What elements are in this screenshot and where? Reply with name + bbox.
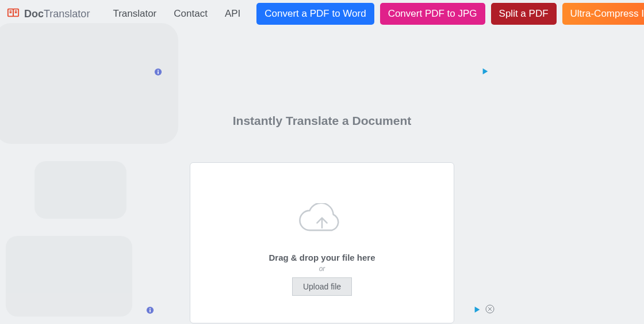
svg-rect-3 bbox=[158, 70, 159, 71]
adchoices-info-icon[interactable] bbox=[154, 68, 162, 76]
cloud-upload-icon bbox=[290, 203, 354, 240]
svg-rect-7 bbox=[150, 310, 151, 312]
upload-file-button[interactable]: Upload file bbox=[292, 277, 352, 296]
split-pdf-button[interactable]: Split a PDF bbox=[491, 3, 557, 25]
adchoices-icon[interactable] bbox=[481, 67, 490, 76]
dropzone-or: or bbox=[319, 265, 325, 273]
nav-contact[interactable]: Contact bbox=[174, 8, 208, 20]
nav-buttons-group: Convert a PDF to Word Convert PDF to JPG… bbox=[256, 3, 644, 25]
logo[interactable]: DocTranslator bbox=[7, 6, 90, 22]
page-headline: Instantly Translate a Document bbox=[0, 114, 644, 128]
convert-pdf-to-jpg-button[interactable]: Convert PDF to JPG bbox=[380, 3, 485, 25]
file-dropzone[interactable]: Drag & drop your file here or Upload fil… bbox=[190, 162, 454, 323]
logo-text: DocTranslator bbox=[24, 8, 90, 20]
svg-rect-6 bbox=[150, 308, 151, 310]
ultra-compress-button[interactable]: Ultra-Compress Images bbox=[562, 3, 644, 25]
adchoices-info-icon[interactable] bbox=[146, 306, 154, 314]
nav-links: Translator Contact API bbox=[113, 8, 240, 20]
nav-api[interactable]: API bbox=[225, 8, 240, 20]
adchoices-icon[interactable] bbox=[473, 305, 482, 314]
convert-pdf-to-word-button[interactable]: Convert a PDF to Word bbox=[256, 3, 374, 25]
dropzone-text: Drag & drop your file here bbox=[269, 253, 375, 262]
logo-icon bbox=[7, 6, 20, 22]
close-ad-icon[interactable] bbox=[485, 304, 494, 314]
svg-rect-4 bbox=[158, 71, 159, 74]
header: DocTranslator Translator Contact API Con… bbox=[0, 0, 644, 28]
nav-translator[interactable]: Translator bbox=[113, 8, 156, 20]
